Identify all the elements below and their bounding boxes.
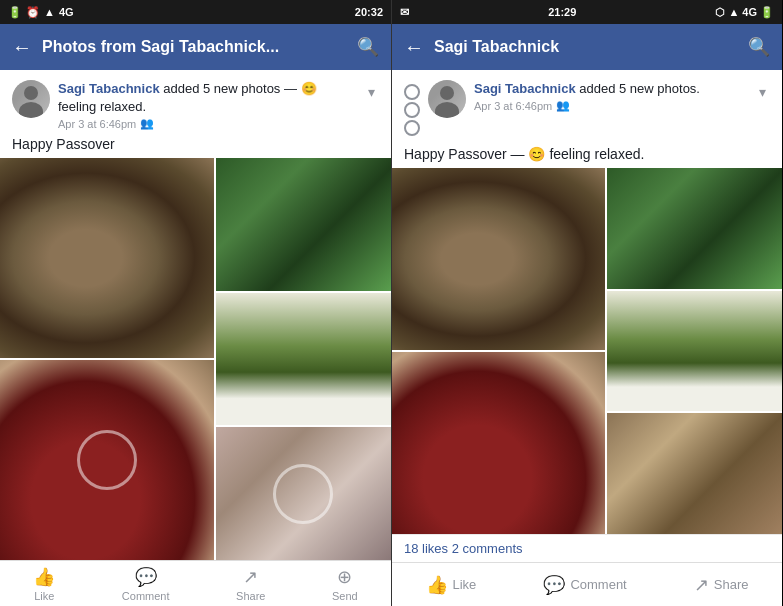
left-nav-bar: ← Photos from Sagi Tabachnick... 🔍 [0, 24, 391, 70]
send-label: Send [332, 590, 358, 602]
left-avatar [12, 80, 50, 118]
bluetooth-icon: ⬡ [715, 6, 725, 19]
left-post-text: Happy Passover [0, 134, 391, 158]
left-photo-5[interactable] [216, 427, 391, 560]
right-action-bar: 👍 Like 💬 Comment ↗ Share [392, 562, 782, 606]
left-author-line: Sagi Tabachnick added 5 new photos — 😊 f… [58, 80, 356, 116]
mail-icon: ✉ [400, 6, 409, 19]
left-circle-overlay [77, 430, 137, 490]
checkbox-3[interactable] [404, 120, 420, 136]
right-share-label: Share [714, 577, 749, 592]
right-photo-2[interactable] [607, 168, 782, 289]
right-photo-grid [392, 168, 782, 534]
right-network-type: 4G [742, 6, 757, 18]
right-post-meta: Sagi Tabachnick added 5 new photos. Apr … [474, 80, 747, 112]
left-send-button[interactable]: ⊕ Send [332, 566, 358, 602]
right-clock: 21:29 [548, 6, 576, 18]
left-nav-title: Photos from Sagi Tabachnick... [42, 38, 347, 56]
right-status-icons: ✉ [400, 6, 409, 19]
left-post-dropdown[interactable]: ▾ [364, 80, 379, 104]
right-author-line: Sagi Tabachnick added 5 new photos. [474, 80, 747, 98]
like-label: Like [34, 590, 54, 602]
left-photo-2[interactable] [216, 158, 391, 291]
right-comment-button[interactable]: 💬 Comment [543, 574, 626, 596]
right-share-button[interactable]: ↗ Share [694, 574, 749, 596]
alarm-icon: ⏰ [26, 6, 40, 19]
left-content-area: Sagi Tabachnick added 5 new photos — 😊 f… [0, 70, 391, 560]
send-icon: ⊕ [337, 566, 352, 588]
right-likes-bar: 18 likes 2 comments [392, 534, 782, 562]
left-author-name[interactable]: Sagi Tabachnick [58, 81, 160, 96]
right-search-icon[interactable]: 🔍 [748, 36, 770, 58]
right-checkboxes [404, 80, 420, 140]
right-avatar [428, 80, 466, 118]
right-like-icon: 👍 [426, 574, 448, 596]
right-comment-label: Comment [570, 577, 626, 592]
left-action-bar: 👍 Like 💬 Comment ↗ Share ⊕ Send [0, 560, 391, 606]
right-status-bar: ✉ 21:29 ⬡ ▲ 4G 🔋 [392, 0, 782, 24]
right-like-label: Like [453, 577, 477, 592]
right-photo-3[interactable] [607, 291, 782, 412]
right-status-right-icons: ⬡ ▲ 4G 🔋 [715, 6, 774, 19]
right-comment-icon: 💬 [543, 574, 565, 596]
left-post-meta: Sagi Tabachnick added 5 new photos — 😊 f… [58, 80, 356, 130]
right-photo-4[interactable] [392, 352, 605, 534]
share-icon: ↗ [243, 566, 258, 588]
right-timestamp: Apr 3 at 6:46pm 👥 [474, 99, 747, 112]
left-phone-panel: 🔋 ⏰ ▲ 4G 20:32 ← Photos from Sagi Tabach… [0, 0, 391, 606]
left-timestamp: Apr 3 at 6:46pm 👥 [58, 117, 356, 130]
left-photo-col-left [0, 158, 214, 560]
right-timestamp-text: Apr 3 at 6:46pm [474, 100, 552, 112]
right-post-header: Sagi Tabachnick added 5 new photos. Apr … [392, 70, 782, 144]
right-signal-icon: ▲ [728, 6, 739, 18]
battery-icon: 🔋 [8, 6, 22, 19]
left-status-icons: 🔋 ⏰ ▲ 4G [8, 6, 74, 19]
left-photo-1[interactable] [0, 158, 214, 358]
left-timestamp-text: Apr 3 at 6:46pm [58, 118, 136, 130]
left-photo-3[interactable] [216, 293, 391, 426]
left-status-bar: 🔋 ⏰ ▲ 4G 20:32 [0, 0, 391, 24]
signal-icon: ▲ [44, 6, 55, 18]
left-circle-overlay-2 [273, 464, 333, 524]
right-post-action: added 5 new photos. [579, 81, 700, 96]
left-post-header: Sagi Tabachnick added 5 new photos — 😊 f… [0, 70, 391, 134]
right-phone-panel: ✉ 21:29 ⬡ ▲ 4G 🔋 ← Sagi Tabachnick 🔍 [391, 0, 782, 606]
right-author-name[interactable]: Sagi Tabachnick [474, 81, 576, 96]
right-post-text: Happy Passover — 😊 feeling relaxed. [392, 144, 782, 168]
share-label: Share [236, 590, 265, 602]
checkbox-2[interactable] [404, 102, 420, 118]
left-like-button[interactable]: 👍 Like [33, 566, 55, 602]
right-audience-icon: 👥 [556, 99, 570, 112]
right-photo-1[interactable] [392, 168, 605, 350]
right-post-dropdown[interactable]: ▾ [755, 80, 770, 104]
right-battery-icon: 🔋 [760, 6, 774, 19]
right-photo-col-left [392, 168, 605, 534]
likes-text: 18 likes 2 comments [404, 541, 523, 556]
right-nav-title: Sagi Tabachnick [434, 38, 738, 56]
comment-icon: 💬 [135, 566, 157, 588]
left-share-button[interactable]: ↗ Share [236, 566, 265, 602]
right-back-button[interactable]: ← [404, 36, 424, 59]
right-photo-col-right [607, 168, 782, 534]
checkbox-1[interactable] [404, 84, 420, 100]
right-share-icon: ↗ [694, 574, 709, 596]
left-audience-icon: 👥 [140, 117, 154, 130]
left-photo-grid [0, 158, 391, 560]
comment-label: Comment [122, 590, 170, 602]
left-back-button[interactable]: ← [12, 36, 32, 59]
left-photo-col-right [216, 158, 391, 560]
left-comment-button[interactable]: 💬 Comment [122, 566, 170, 602]
right-like-button[interactable]: 👍 Like [426, 574, 477, 596]
network-type: 4G [59, 6, 74, 18]
left-photo-4[interactable] [0, 360, 214, 560]
left-clock: 20:32 [355, 6, 383, 18]
right-content-area: Sagi Tabachnick added 5 new photos. Apr … [392, 70, 782, 562]
right-nav-bar: ← Sagi Tabachnick 🔍 [392, 24, 782, 70]
like-icon: 👍 [33, 566, 55, 588]
left-search-icon[interactable]: 🔍 [357, 36, 379, 58]
right-photo-5[interactable] [607, 413, 782, 534]
